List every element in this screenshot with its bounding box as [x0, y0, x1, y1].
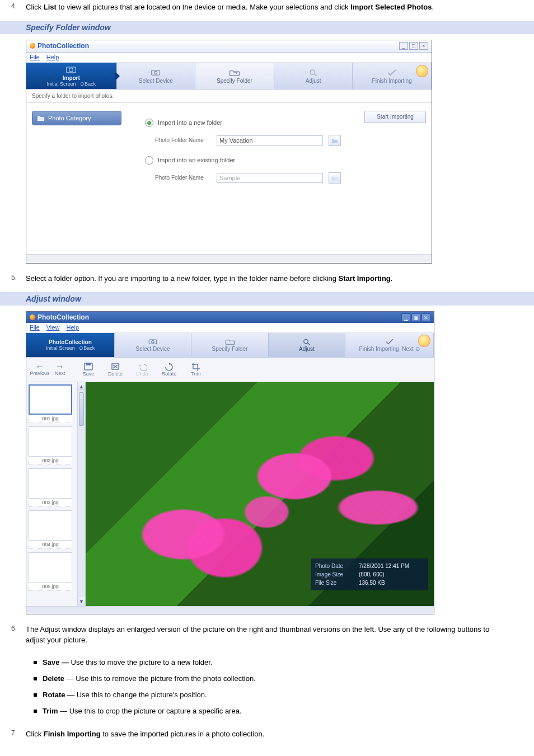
- wizard-step-adjust[interactable]: Adjust: [274, 63, 353, 89]
- save-button[interactable]: Save: [77, 362, 100, 377]
- photo-category-button[interactable]: Photo Category: [32, 111, 121, 125]
- specify-folder-window: PhotoCollection _□× File Help Import Ini…: [26, 40, 432, 264]
- save-label: Save: [83, 371, 95, 377]
- undo-icon: [137, 362, 148, 371]
- step4-text-b: to view all pictures that are located on…: [57, 3, 350, 11]
- step5-bold1: Start Importing: [339, 274, 391, 283]
- browse-existing-folder-button[interactable]: [329, 172, 341, 184]
- maximize-button[interactable]: □: [409, 42, 418, 50]
- thumbnail-item[interactable]: 005.jpg: [29, 552, 72, 591]
- new-folder-name-input[interactable]: [217, 135, 323, 145]
- thumbnail-item[interactable]: 001.jpg: [29, 384, 72, 423]
- thumbnail-item[interactable]: 002.jpg: [29, 426, 72, 465]
- bullet-delete: Delete — Use this to remove the picture …: [34, 674, 508, 684]
- window-controls: _□×: [398, 42, 428, 50]
- option-new-folder[interactable]: Import into a new folder: [145, 119, 350, 127]
- bullet-save-text: Use this to move the picture to a new fo…: [69, 658, 213, 666]
- rotate-icon: [163, 362, 175, 371]
- app-icon: [30, 43, 35, 49]
- close-button[interactable]: ×: [419, 42, 428, 50]
- wizard-step-specify-folder[interactable]: Specify Folder: [191, 333, 268, 357]
- bullet-trim: Trim — Use this to crop the picture or c…: [34, 706, 508, 717]
- section-title-adjust: Adjust window: [0, 292, 534, 306]
- svg-point-6: [152, 341, 154, 344]
- scroll-down-button[interactable]: ▼: [78, 597, 85, 606]
- thumbnail-image: [29, 510, 72, 541]
- wizard-step-adjust[interactable]: Adjust: [269, 333, 345, 357]
- thumbnail-scrollbar[interactable]: ▲ ▼: [77, 382, 85, 606]
- thumbnail-item[interactable]: 004.jpg: [29, 510, 72, 549]
- scroll-thumb[interactable]: [79, 392, 84, 426]
- radio-existing-folder[interactable]: [145, 156, 153, 165]
- menubar: File View Help: [26, 323, 434, 333]
- thumbnail-list[interactable]: 001.jpg 002.jpg 003.jpg 004.jpg 005.jpg: [26, 382, 86, 606]
- step4-text-c: .: [432, 3, 434, 11]
- folder-arrow-icon: [229, 68, 240, 77]
- adjust-window: PhotoCollection ▁▣✕ File View Help Photo…: [26, 311, 434, 614]
- rotate-button[interactable]: Rotate: [157, 362, 181, 377]
- step7-text-b: to save the imported pictures in a photo…: [101, 730, 265, 738]
- window-title: PhotoCollection: [38, 42, 89, 50]
- existing-folder-name-input[interactable]: [217, 173, 323, 183]
- folder-arrow-icon: [225, 337, 235, 345]
- radio-new-folder[interactable]: [145, 119, 153, 127]
- step-7: 7. Click Finish Importing to save the im…: [0, 727, 534, 744]
- bullet-icon: [34, 710, 37, 713]
- menu-help[interactable]: Help: [46, 54, 59, 60]
- start-importing-button[interactable]: Start Importing: [364, 111, 426, 123]
- step5-text-a: Select a folder option. If you are impor…: [26, 274, 339, 283]
- section-title-specify-folder: Specify Folder window: [0, 21, 534, 34]
- magnifier-icon: [302, 337, 312, 345]
- wizard-step-brand-label: PhotoCollection: [49, 339, 92, 345]
- step4-number: 4.: [11, 2, 26, 10]
- wizard-step-select-device-label: Select Device: [136, 346, 170, 352]
- bullet-delete-text: — Use this to remove the picture from th…: [64, 674, 256, 683]
- bullet-icon: [34, 693, 37, 697]
- camera-icon: [65, 65, 77, 74]
- wizard-step-adjust-label: Adjust: [306, 78, 321, 84]
- step7-text-a: Click: [26, 730, 44, 738]
- option-existing-folder[interactable]: Import into an existing folder: [145, 156, 350, 165]
- menu-help[interactable]: Help: [66, 324, 79, 331]
- wizard-step-brand[interactable]: PhotoCollection Initial Screen ⊙Back: [26, 333, 115, 357]
- option-new-folder-label: Import into a new folder: [158, 119, 222, 126]
- delete-button[interactable]: Delete: [104, 362, 127, 377]
- photo-viewer: Photo Date7/28/2001 12:41 PM Image Size(…: [86, 382, 434, 606]
- browse-new-folder-button[interactable]: [329, 135, 341, 146]
- menu-file[interactable]: File: [30, 54, 40, 60]
- thumbnail-caption: 001.jpg: [29, 415, 72, 423]
- wizard-step-specify-folder[interactable]: Specify Folder: [195, 63, 274, 89]
- undo-button[interactable]: Undo: [130, 362, 154, 377]
- thumbnail-item[interactable]: 003.jpg: [29, 468, 72, 507]
- step5-number: 5.: [11, 274, 26, 281]
- maximize-button[interactable]: ▣: [411, 313, 420, 321]
- wizard-step-finish-importing-label: Finish Importing: [359, 346, 399, 352]
- minimize-button[interactable]: _: [399, 42, 408, 50]
- wizard-step-select-device[interactable]: Select Device: [115, 333, 191, 357]
- trim-label: Trim: [191, 371, 201, 377]
- file-size-value: 136.50 KB: [359, 579, 385, 587]
- gear-icon[interactable]: [418, 335, 430, 347]
- thumbnail-image: [29, 552, 72, 583]
- wizard-step-select-device[interactable]: Select Device: [117, 63, 196, 89]
- camera-icon: [150, 68, 161, 77]
- titlebar[interactable]: PhotoCollection _□×: [26, 40, 432, 53]
- previous-button[interactable]: ←Previous: [31, 363, 49, 376]
- gear-icon[interactable]: [416, 65, 428, 77]
- status-bar: [26, 606, 434, 614]
- scroll-up-button[interactable]: ▲: [78, 382, 85, 391]
- next-button[interactable]: →Next: [51, 363, 69, 376]
- menu-file[interactable]: File: [30, 324, 40, 331]
- wizard-step-specify-folder-label: Specify Folder: [217, 78, 252, 84]
- menu-view[interactable]: View: [46, 324, 60, 331]
- step-6: 6. The Adjust window displays an enlarge…: [0, 622, 534, 650]
- option-existing-folder-label: Import into an existing folder: [158, 157, 235, 163]
- step7-body: Click Finish Importing to save the impor…: [26, 729, 508, 740]
- close-button[interactable]: ✕: [421, 313, 430, 321]
- trim-button[interactable]: Trim: [184, 362, 208, 377]
- titlebar[interactable]: PhotoCollection ▁▣✕: [26, 312, 434, 323]
- svg-point-4: [310, 70, 315, 74]
- wizard-step-import[interactable]: Import Initial Screen ⊙Back: [26, 63, 117, 89]
- check-icon: [385, 337, 395, 345]
- minimize-button[interactable]: ▁: [401, 313, 410, 321]
